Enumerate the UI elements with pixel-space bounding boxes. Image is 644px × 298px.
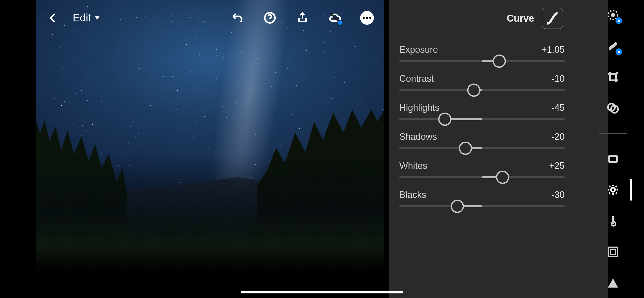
crop-tool[interactable] [605, 70, 621, 85]
mode-label: Edit [73, 12, 91, 24]
slider-value-contrast: -10 [551, 73, 565, 84]
top-toolbar-right [230, 10, 374, 25]
premium-badge [616, 17, 622, 24]
slider-label-blacks: Blacks [399, 189, 426, 200]
back-button[interactable] [46, 10, 61, 25]
slider-blacks: Blacks-30 [399, 189, 565, 207]
slider-row: Contrast-10 [399, 73, 565, 84]
slider-row: Blacks-30 [399, 189, 565, 200]
slider-row: Shadows-20 [399, 131, 565, 142]
slider-thumb-highlights[interactable] [438, 113, 451, 126]
slider-shadows: Shadows-20 [399, 131, 565, 149]
temperature-icon [607, 215, 619, 227]
foreground-dark [36, 211, 384, 298]
premium-badge [616, 48, 622, 55]
slider-row: Highlights-45 [399, 102, 565, 113]
help-button[interactable] [262, 10, 277, 25]
dropdown-icon [95, 16, 100, 20]
color-tool[interactable] [605, 213, 621, 228]
share-button[interactable] [295, 10, 310, 25]
slider-thumb-shadows[interactable] [459, 142, 472, 155]
slider-value-whites: +25 [549, 160, 565, 171]
undo-button[interactable] [230, 10, 245, 25]
top-toolbar-left: Edit [46, 10, 100, 25]
detail-icon [608, 278, 618, 288]
sync-status-dot [337, 20, 343, 26]
slider-exposure: Exposure+1.05 [399, 44, 565, 62]
light-icon [607, 184, 619, 196]
active-indicator [630, 179, 632, 201]
slider-value-shadows: -20 [551, 131, 565, 142]
slider-label-contrast: Contrast [399, 73, 434, 84]
more-button[interactable] [360, 11, 374, 25]
photo-preview[interactable] [36, 0, 384, 298]
slider-highlights: Highlights-45 [399, 102, 565, 120]
curve-button[interactable] [542, 8, 563, 29]
svg-point-9 [611, 188, 615, 192]
slider-label-whites: Whites [399, 160, 427, 171]
slider-value-blacks: -30 [551, 189, 565, 200]
slider-thumb-blacks[interactable] [451, 200, 464, 213]
slider-label-exposure: Exposure [399, 44, 438, 55]
slider-track-exposure[interactable] [399, 60, 565, 62]
more-dot [366, 17, 368, 19]
share-icon [296, 12, 309, 24]
cloud-sync-button[interactable] [328, 10, 342, 25]
slider-track-highlights[interactable] [399, 118, 565, 120]
tool-strip [598, 8, 628, 290]
curve-label: Curve [507, 13, 534, 24]
slider-track-shadows[interactable] [399, 147, 565, 149]
slider-track-blacks[interactable] [399, 205, 565, 207]
slider-track-whites[interactable] [399, 176, 565, 178]
sliders-container: Exposure+1.05Contrast-10Highlights-45Sha… [399, 44, 565, 207]
slider-row: Exposure+1.05 [399, 44, 565, 55]
effects-tool[interactable] [605, 245, 621, 259]
svg-rect-8 [609, 156, 617, 162]
mode-dropdown[interactable]: Edit [73, 12, 100, 24]
home-indicator [241, 291, 403, 293]
presets-icon [607, 102, 619, 114]
slider-thumb-exposure[interactable] [493, 55, 506, 68]
crop-icon [607, 71, 619, 83]
slider-label-shadows: Shadows [399, 131, 437, 142]
more-dot [363, 17, 365, 19]
light-panel-inner: Curve Exposure+1.05Contrast-10Highlights… [399, 0, 565, 219]
auto-tool[interactable] [605, 151, 621, 166]
slider-label-highlights: Highlights [399, 102, 440, 113]
svg-point-10 [612, 222, 614, 224]
app-root: Edit [0, 0, 644, 298]
auto-icon [607, 152, 619, 165]
detail-tool[interactable] [605, 276, 621, 290]
more-dot [369, 17, 371, 19]
panel-header: Curve [399, 8, 565, 29]
effects-icon [607, 246, 619, 258]
slider-track-contrast[interactable] [399, 89, 565, 91]
undo-icon [231, 12, 243, 24]
help-icon [264, 12, 276, 24]
slider-value-highlights: -45 [551, 102, 565, 113]
light-tool[interactable] [605, 182, 621, 197]
chevron-left-icon [47, 12, 59, 24]
healing-tool[interactable] [605, 39, 621, 53]
slider-thumb-whites[interactable] [496, 171, 509, 184]
masking-tool[interactable] [605, 8, 621, 22]
curve-icon [546, 11, 559, 25]
svg-rect-12 [610, 249, 616, 254]
slider-contrast: Contrast-10 [399, 73, 565, 91]
svg-point-4 [611, 13, 615, 17]
top-toolbar: Edit [36, 5, 384, 31]
slider-value-exposure: +1.05 [541, 44, 565, 55]
slider-whites: Whites+25 [399, 160, 565, 178]
svg-point-1 [270, 21, 270, 21]
presets-tool[interactable] [605, 101, 621, 116]
slider-row: Whites+25 [399, 160, 565, 171]
tool-separator [599, 133, 627, 134]
light-panel: Curve Exposure+1.05Contrast-10Highlights… [389, 0, 608, 298]
slider-thumb-contrast[interactable] [467, 84, 480, 97]
